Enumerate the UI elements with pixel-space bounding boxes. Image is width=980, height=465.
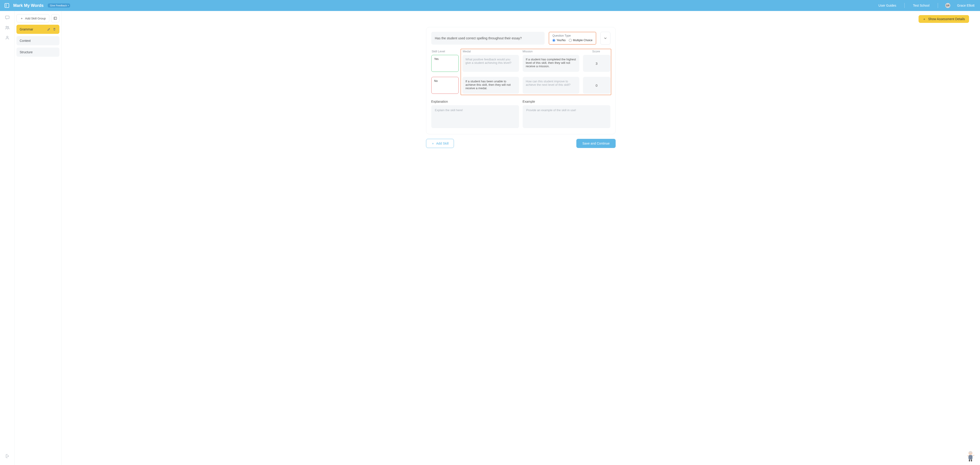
main-content: ＋ Show Assessment Details Question Type …	[62, 11, 980, 465]
sidebar-toggle-icon[interactable]	[5, 3, 9, 8]
plus-icon: ＋	[431, 142, 434, 145]
trash-icon[interactable]	[52, 27, 56, 31]
person-icon[interactable]	[5, 35, 10, 40]
skill-group-context[interactable]: Context	[16, 36, 59, 45]
plus-icon: ＋	[20, 17, 23, 20]
skill-card: Question Type Yes/No Multiple Choice	[426, 27, 616, 134]
skill-group-panel: ＋ Add Skill Group Grammar Context Struct…	[14, 11, 62, 465]
example-input[interactable]	[523, 105, 610, 128]
give-feedback-button[interactable]: Give Feedback	[48, 3, 70, 8]
divider	[904, 3, 905, 8]
chat-icon[interactable]	[5, 15, 10, 20]
svg-rect-8	[969, 455, 973, 460]
col-mission: Mission	[523, 50, 579, 53]
add-skill-group-button[interactable]: ＋ Add Skill Group	[16, 14, 49, 22]
score-cell[interactable]: 0	[583, 77, 610, 94]
logout-icon[interactable]	[5, 454, 10, 459]
svg-rect-7	[969, 452, 972, 453]
question-input[interactable]	[431, 32, 545, 45]
avatar[interactable]: GR	[945, 3, 950, 8]
add-skill-group-label: Add Skill Group	[25, 17, 46, 20]
radio-mc[interactable]	[569, 39, 572, 42]
radio-mc-label: Multiple Choice	[573, 38, 592, 42]
mascot-avatar[interactable]	[964, 449, 977, 462]
skill-group-grammar[interactable]: Grammar	[16, 25, 59, 34]
example-label: Example	[523, 100, 610, 103]
user-guides-link[interactable]: User Guides	[878, 4, 897, 7]
mission-cell[interactable]: If a student has completed the highest l…	[523, 55, 579, 72]
score-cell[interactable]: 3	[583, 55, 610, 72]
table-row: YesWhat positive feedback would you give…	[431, 55, 610, 72]
expand-card-button[interactable]	[600, 32, 610, 45]
save-and-continue-button[interactable]: Save and Continue	[576, 139, 616, 148]
users-icon[interactable]	[5, 25, 10, 30]
svg-rect-0	[5, 16, 9, 19]
add-skill-button[interactable]: ＋ Add Skill	[426, 139, 454, 148]
add-skill-label: Add Skill	[436, 142, 449, 145]
show-assessment-details-button[interactable]: ＋ Show Assessment Details	[918, 15, 969, 23]
skill-group-label: Grammar	[20, 27, 45, 31]
table-row: NoIf a student has been unable to achiev…	[431, 77, 610, 94]
radio-yesno[interactable]	[552, 39, 555, 42]
icon-rail	[0, 11, 14, 465]
col-medal: Medal	[463, 50, 519, 53]
question-type-title: Question Type	[552, 34, 592, 37]
skill-level-box[interactable]: No	[431, 77, 459, 94]
svg-point-3	[6, 36, 8, 37]
svg-rect-10	[972, 455, 975, 456]
user-name[interactable]: Grace Elliott	[956, 4, 975, 7]
svg-rect-12	[971, 460, 972, 462]
medal-cell[interactable]: If a student has been unable to achieve …	[462, 77, 519, 94]
col-score: Score	[582, 50, 610, 53]
mission-cell[interactable]: How can this student improve to achieve …	[523, 77, 579, 94]
svg-point-2	[8, 27, 9, 28]
top-bar: Mark My Words Give Feedback User Guides …	[0, 0, 980, 11]
explanation-label: Explanation	[431, 100, 519, 103]
skill-group-label: Structure	[20, 50, 56, 54]
svg-point-1	[6, 26, 7, 28]
divider	[938, 3, 938, 8]
svg-rect-9	[967, 455, 969, 456]
question-type-yesno[interactable]: Yes/No	[552, 38, 566, 42]
edit-icon[interactable]	[47, 27, 51, 31]
school-link[interactable]: Test School	[912, 4, 930, 7]
plus-icon: ＋	[923, 18, 926, 21]
explanation-input[interactable]	[431, 105, 519, 128]
radio-yesno-label: Yes/No	[557, 38, 566, 42]
col-skill-level: Skill Level	[432, 50, 459, 53]
question-type-box: Question Type Yes/No Multiple Choice	[549, 32, 596, 45]
collapse-panel-button[interactable]	[51, 14, 59, 22]
skill-group-label: Context	[20, 39, 56, 43]
medal-cell[interactable]: What positive feedback would you give a …	[462, 55, 519, 72]
question-type-multiple-choice[interactable]: Multiple Choice	[569, 38, 592, 42]
app-title: Mark My Words	[13, 3, 44, 8]
skill-level-box[interactable]: Yes	[431, 55, 459, 72]
show-assessment-label: Show Assessment Details	[928, 17, 965, 21]
svg-rect-11	[969, 460, 970, 462]
svg-rect-4	[54, 17, 57, 20]
skill-group-structure[interactable]: Structure	[16, 48, 59, 57]
